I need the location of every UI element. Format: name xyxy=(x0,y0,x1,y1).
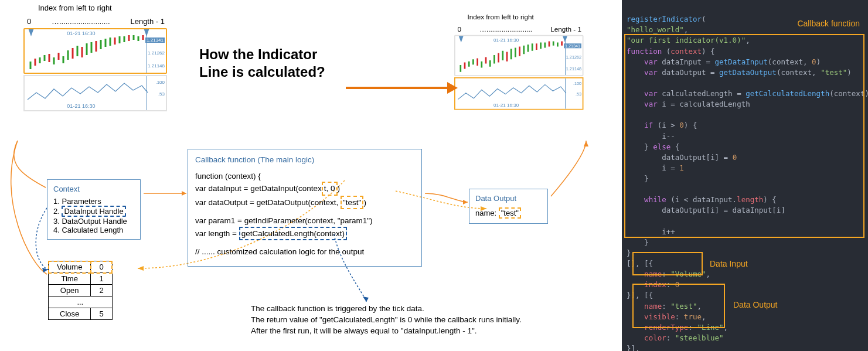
table-row: Time1 xyxy=(49,273,113,285)
datainput-arg: t, 0 xyxy=(322,182,338,196)
index-label-left: Index from left to right xyxy=(38,4,167,12)
callback-highlight-label: Callback function xyxy=(797,18,860,29)
svg-marker-6 xyxy=(363,297,369,302)
ctx-item: DataOutput Handle xyxy=(62,217,127,226)
handle-name: Volume xyxy=(49,261,91,273)
data-output-name-val: "test" xyxy=(499,207,521,219)
price-chart-left: 01-21 16:30 1.21341 1.21262 1.21148 xyxy=(23,28,167,74)
table-row: Close5 xyxy=(49,308,113,320)
svg-marker-4 xyxy=(138,266,144,271)
footnote-line: After the first run, it will be always e… xyxy=(251,326,591,337)
callback-box: Callback function (The main logic) funct… xyxy=(188,149,422,267)
code-line: // ...... customized calculation logic f… xyxy=(195,246,414,258)
ctx-item: Calculated Length xyxy=(62,226,123,234)
code-panel: registerIndicator( "hello_world", "our f… xyxy=(622,0,868,351)
footnote-line: The callback function is triggered by th… xyxy=(251,304,591,315)
code-line: var dataInput = getDataInput(context, 0) xyxy=(195,182,414,196)
callback-highlight-box xyxy=(624,34,864,238)
range-start-right: 0 xyxy=(457,25,461,33)
ctx-item: Parameters xyxy=(62,197,101,206)
range-start-left: 0 xyxy=(27,17,31,26)
code-line: function (context) { xyxy=(195,171,414,182)
table-row: Volume 0 xyxy=(49,261,113,273)
range-end-right: Length - 1 xyxy=(550,25,581,33)
heading-line1: How the Indicator xyxy=(199,46,325,63)
callback-title: Callback function (The main logic) xyxy=(195,154,414,166)
handle-index: 0 xyxy=(91,261,112,273)
heading-line2: Line is calculated? xyxy=(199,63,325,81)
price-chart-right: 01-21 16:30 1.21341 1.21262 1.21148 xyxy=(454,35,584,76)
code-line: var param1 = getIndiParameter(context, "… xyxy=(195,215,414,227)
dataoutput-highlight-box xyxy=(632,284,725,328)
svg-marker-2 xyxy=(584,141,588,146)
context-box: Context 1. Parameters 2. DataInput Handl… xyxy=(47,179,141,240)
svg-marker-0 xyxy=(182,191,186,196)
svg-marker-1 xyxy=(463,200,468,205)
data-output-name-row: name: "test" xyxy=(475,207,542,219)
data-output-title: Data Output xyxy=(475,194,542,203)
datainput-highlight-box xyxy=(632,252,703,275)
big-arrow-icon xyxy=(346,87,448,89)
index-label-right: Index from left to right xyxy=(468,13,584,21)
range-end-left: Length - 1 xyxy=(130,17,165,26)
ctx-datainput-handle: DataInput Handle xyxy=(62,206,125,217)
table-row: ... xyxy=(49,297,113,308)
range-dots-right: …........................ xyxy=(479,25,532,33)
callback-code: function (context) { var dataInput = get… xyxy=(195,171,414,258)
right-chart-thumb: Index from left to right 0 …............… xyxy=(454,13,584,110)
dataoutput-arg: "test" xyxy=(341,196,363,210)
calc-length-call: getCalculatedLength(context) xyxy=(239,227,347,241)
indicator-chart-right: .100 .53 01-21 16:30 xyxy=(454,77,584,110)
range-dots-left: …........................ xyxy=(52,17,110,26)
svg-marker-3 xyxy=(42,268,48,272)
context-title: Context xyxy=(53,185,134,193)
left-chart-thumb: Index from left to right 0 …............… xyxy=(23,4,167,111)
diagram-heading: How the Indicator Line is calculated? xyxy=(199,46,325,81)
data-output-box: Data Output name: "test" xyxy=(469,189,548,224)
table-row: Open2 xyxy=(49,285,113,297)
datainput-handle-table: Volume 0 Time1 Open2 ... Close5 xyxy=(48,261,113,320)
footnote-line: The return value of "getCalculatedLength… xyxy=(251,315,591,326)
dataoutput-highlight-label: Data Output xyxy=(733,299,778,311)
datainput-highlight-label: Data Input xyxy=(710,258,748,270)
code-line: var length = getCalculatedLength(context… xyxy=(195,227,414,241)
indicator-chart-left: .100 .53 01-21 16:30 xyxy=(23,75,167,111)
footnote: The callback function is triggered by th… xyxy=(251,304,591,337)
code-line: var dataOutput = getDataOutput(context, … xyxy=(195,196,414,210)
